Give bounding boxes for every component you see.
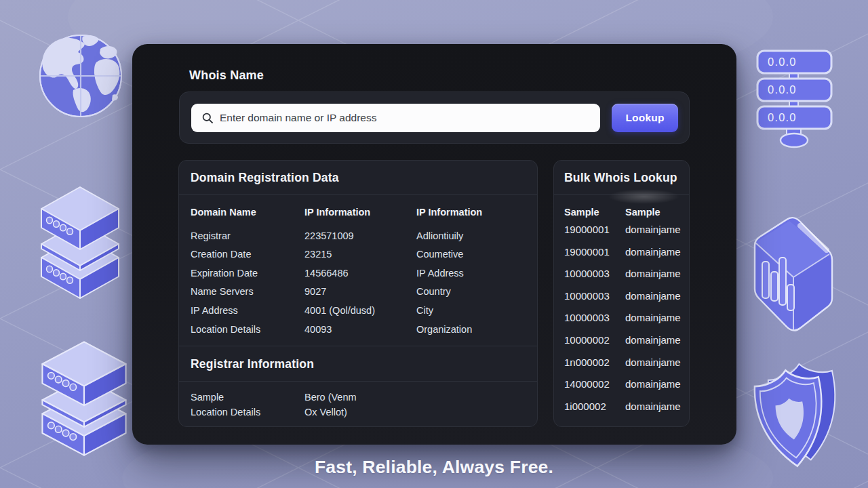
row-value: 40093: [304, 324, 332, 335]
tagline: Fast, Reliable, Always Free.: [0, 457, 868, 478]
row-info: Country: [416, 286, 451, 297]
row-info: Organization: [416, 324, 472, 335]
whois-panel: Whois Name Enter domain name or IP addre…: [132, 44, 736, 445]
domain-card-title: Domain Registration Data: [191, 171, 339, 185]
bulk-id: 1n000002: [564, 357, 610, 368]
row-value: 4001 (Qol/dusd): [304, 305, 375, 316]
server-stack-icon: [41, 187, 119, 298]
column-header: Sample: [564, 207, 599, 218]
row-label: Location Details: [191, 407, 260, 418]
row-value: Ox Vellot): [304, 407, 347, 418]
bulk-domain: domainjame: [625, 401, 681, 412]
bulk-domain: domainjame: [625, 290, 681, 302]
page: 0.0.0 0.0.0 0.0.0: [0, 0, 868, 488]
column-header: Sample: [625, 207, 660, 218]
row-label: Location Details: [191, 324, 260, 335]
sign-label-3: 0.0.0: [768, 111, 797, 123]
bulk-id: 10000002: [564, 334, 610, 346]
server-stack-icon-2: [42, 342, 125, 455]
bulk-id: 14000002: [564, 378, 610, 390]
bulk-id: 1i000002: [564, 401, 606, 412]
row-info: Coumetive: [416, 249, 463, 260]
bulk-domain: domainjame: [625, 357, 681, 368]
divider: [554, 194, 689, 195]
row-info: IP Address: [416, 268, 464, 279]
bulk-domain: domainjame: [625, 334, 681, 346]
divider: [179, 346, 537, 346]
row-value: 223571009: [304, 230, 354, 241]
registrar-section-title: Registrar Information: [191, 357, 314, 371]
bulk-whois-card: Bulk Whois Lookup Sample Sample 19000001…: [553, 160, 690, 427]
bulk-domain: domainjame: [625, 224, 681, 235]
row-label: Registrar: [191, 230, 231, 241]
bulk-id: 19000001: [564, 246, 610, 258]
bulk-id: 10000003: [564, 268, 610, 279]
lookup-button[interactable]: Lookup: [612, 104, 678, 132]
globe-icon: [40, 35, 121, 117]
shield-icon: [751, 360, 844, 470]
ip-signpost-icon: 0.0.0 0.0.0 0.0.0: [757, 51, 831, 147]
sign-label-1: 0.0.0: [768, 56, 797, 68]
row-label: Expiration Date: [191, 268, 258, 279]
domain-registration-card: Domain Registration Data Domain Name IP …: [178, 160, 538, 427]
row-label: Sample: [191, 392, 224, 403]
row-label: Name Servers: [191, 286, 254, 297]
bulk-domain: domainjame: [625, 246, 681, 258]
sign-label-2: 0.0.0: [768, 83, 797, 96]
analytics-cube-icon: [755, 218, 832, 330]
row-value: 14566486: [304, 268, 349, 279]
bulk-domain: domainjame: [625, 312, 681, 323]
bulk-domain: domainjame: [625, 268, 681, 279]
column-header: IP Information: [304, 207, 370, 218]
row-info: Adliontiuily: [416, 230, 463, 241]
divider: [179, 381, 537, 382]
row-value: Bero (Venm: [304, 392, 357, 403]
search-bar: Enter domain name or IP address Lookup: [179, 92, 690, 144]
bulk-id: 19000001: [564, 224, 610, 235]
column-header: Domain Name: [191, 207, 256, 218]
row-info: City: [416, 305, 433, 316]
row-label: IP Address: [191, 305, 238, 316]
bulk-id: 10000003: [564, 290, 610, 302]
bulk-domain: domainjame: [625, 378, 681, 390]
row-value: 9027: [304, 286, 326, 297]
search-input[interactable]: Enter domain name or IP address: [191, 104, 600, 132]
column-header: IP Information: [416, 207, 482, 218]
panel-title: Whois Name: [189, 68, 264, 83]
search-placeholder: Enter domain name or IP address: [220, 112, 376, 124]
divider: [179, 194, 537, 195]
glare-artifact: [608, 189, 679, 204]
row-value: 23215: [304, 249, 332, 260]
search-icon: [202, 113, 213, 123]
bulk-id: 10000003: [564, 312, 610, 323]
row-label: Creation Date: [191, 249, 251, 260]
bulk-card-title: Bulk Whois Lookup: [564, 171, 677, 185]
